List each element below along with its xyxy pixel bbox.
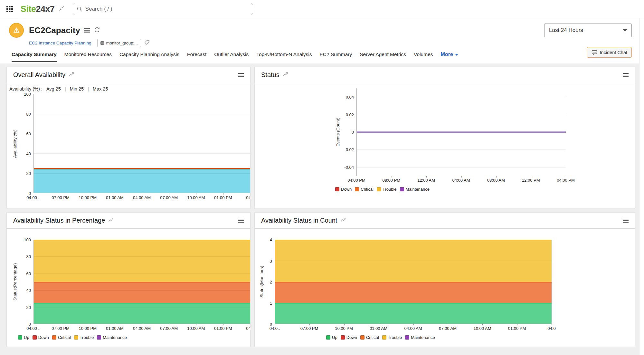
x-tick: 07:00 PM — [300, 326, 318, 331]
legend-label: Maintenance — [411, 335, 435, 340]
x-tick: 01:00 PM — [214, 326, 232, 331]
legend-swatch — [382, 335, 386, 340]
x-tick: 04:0 — [547, 326, 555, 331]
panel-menu-icon[interactable] — [623, 218, 629, 224]
legend-label: Trouble — [388, 335, 402, 340]
x-tick: 07:00 AM — [160, 326, 178, 331]
legend-label: Up — [332, 335, 337, 340]
chart-legend: UpDownCriticalTroubleMaintenance — [18, 335, 250, 340]
panel-title: Overall Availability — [13, 71, 65, 79]
stats-separator: | — [88, 86, 89, 91]
legend-item-maintenance: Maintenance — [405, 335, 435, 340]
chat-icon — [592, 50, 597, 55]
expand-chart-icon[interactable] — [283, 72, 288, 78]
gridline — [357, 149, 566, 150]
search-box — [73, 3, 253, 15]
gridline — [275, 282, 552, 282]
legend-swatch — [355, 187, 359, 191]
x-tick-mark — [552, 324, 552, 325]
x-tick: 07:00 AM — [439, 326, 457, 331]
x-tick: 10:00 PM — [335, 326, 353, 331]
y-axis-ticks: 0.040.020-0.02-0.04 — [342, 88, 356, 176]
search-input[interactable] — [73, 3, 253, 15]
tab-capacity-summary[interactable]: Capacity Summary — [12, 52, 57, 62]
refresh-icon[interactable] — [94, 26, 100, 34]
apps-grid-icon[interactable] — [6, 5, 14, 13]
tab-ec2-summary[interactable]: EC2 Summary — [319, 52, 352, 62]
gridline — [34, 290, 250, 291]
expand-chart-icon[interactable] — [340, 217, 346, 224]
tab-server-agent-metrics[interactable]: Server Agent Metrics — [360, 52, 406, 62]
panel-title: Status — [261, 71, 279, 79]
gridline — [34, 307, 250, 307]
x-tick: 12:00 AM — [417, 178, 435, 183]
y-tick: 40 — [26, 151, 31, 156]
expand-chart-icon[interactable] — [108, 217, 114, 224]
scrollbar-track[interactable] — [639, 18, 644, 355]
x-tick: 08:00 AM — [487, 178, 505, 183]
panel-menu-icon[interactable] — [238, 72, 244, 78]
stats-label: Availability (%) : — [9, 86, 43, 91]
site24x7-logo[interactable]: Site24x7 — [21, 4, 55, 14]
x-tick: 04:00 AM — [133, 195, 151, 200]
legend-item-down: Down — [341, 335, 357, 340]
y-tick: 80 — [26, 254, 31, 259]
y-tick: 40 — [26, 288, 31, 293]
legend-swatch — [52, 335, 56, 340]
title-menu-icon[interactable] — [84, 27, 90, 34]
x-tick: 10:00 AM — [187, 326, 205, 331]
y-tick: 60 — [26, 131, 31, 136]
gridline — [357, 132, 566, 132]
legend-label: Critical — [58, 335, 71, 340]
logo-text-site: Site — [21, 4, 36, 14]
x-tick: 10:00 AM — [187, 195, 205, 200]
y-tick: 80 — [26, 111, 31, 116]
chart-legend: UpDownCriticalTroubleMaintenance — [326, 335, 552, 340]
time-range-select[interactable]: Last 24 Hours — [544, 24, 632, 37]
gridline — [34, 134, 250, 134]
panel-menu-icon[interactable] — [623, 72, 629, 78]
tab-bar: Capacity SummaryMonitored ResourcesCapac… — [12, 52, 632, 62]
monitor-group-chip[interactable]: monitor_group:... — [97, 39, 141, 47]
availability-stats: Availability (%) : Avg 25 | Min 25 | Max… — [7, 83, 250, 91]
y-tick: 0 — [352, 130, 354, 135]
legend-label: Up — [24, 335, 29, 340]
y-tick: 4 — [270, 237, 272, 242]
tab-more[interactable]: More — [441, 52, 458, 62]
y-tick: 100 — [24, 92, 31, 97]
y-tick: -0.02 — [344, 147, 354, 152]
y-tick: 60 — [26, 271, 31, 276]
time-range-value: Last 24 Hours — [549, 27, 583, 34]
availability-status-count-chart: Status(Monitors) 01234 04:0..07:00 PM10:… — [255, 229, 635, 340]
dashboard-grid: Overall Availability Availability (%) : … — [0, 63, 644, 355]
tab-top-n-bottom-n-analysis[interactable]: Top-N/Bottom-N Analysis — [256, 52, 312, 62]
panel-overall-availability: Overall Availability Availability (%) : … — [6, 67, 251, 208]
x-tick: 04:00 AM — [133, 326, 151, 331]
legend-label: Down — [341, 187, 352, 192]
tab-monitored-resources[interactable]: Monitored Resources — [64, 52, 112, 62]
y-tick: 3 — [270, 258, 272, 263]
plot-area — [33, 94, 250, 193]
availability-status-percentage-chart: Status(Percentage) 020406080100 04:00 ..… — [7, 229, 250, 340]
tab-outlier-analysis[interactable]: Outlier Analysis — [214, 52, 249, 62]
legend-item-critical: Critical — [52, 335, 71, 340]
gridline — [34, 256, 250, 257]
collapse-arrows-icon[interactable] — [59, 5, 64, 13]
legend-swatch — [335, 187, 339, 191]
tab-forecast[interactable]: Forecast — [187, 52, 206, 62]
tab-volumes[interactable]: Volumes — [414, 52, 433, 62]
x-tick: 04:00 AM — [452, 178, 470, 183]
tag-icon[interactable] — [144, 40, 150, 46]
gridline — [275, 303, 552, 303]
gridline — [34, 114, 250, 114]
x-tick: 04:00 .. — [26, 195, 40, 200]
legend-swatch — [377, 187, 381, 191]
expand-chart-icon[interactable] — [69, 72, 74, 78]
tab-capacity-planning-analysis[interactable]: Capacity Planning Analysis — [119, 52, 179, 62]
plot-area — [275, 240, 552, 324]
panel-menu-icon[interactable] — [238, 218, 244, 224]
incident-chat-button[interactable]: Incident Chat — [587, 47, 632, 58]
gridline — [275, 261, 552, 261]
page-title: EC2Capacity — [29, 25, 80, 35]
breadcrumb-link[interactable]: EC2 Instance Capacity Planning — [29, 41, 91, 45]
